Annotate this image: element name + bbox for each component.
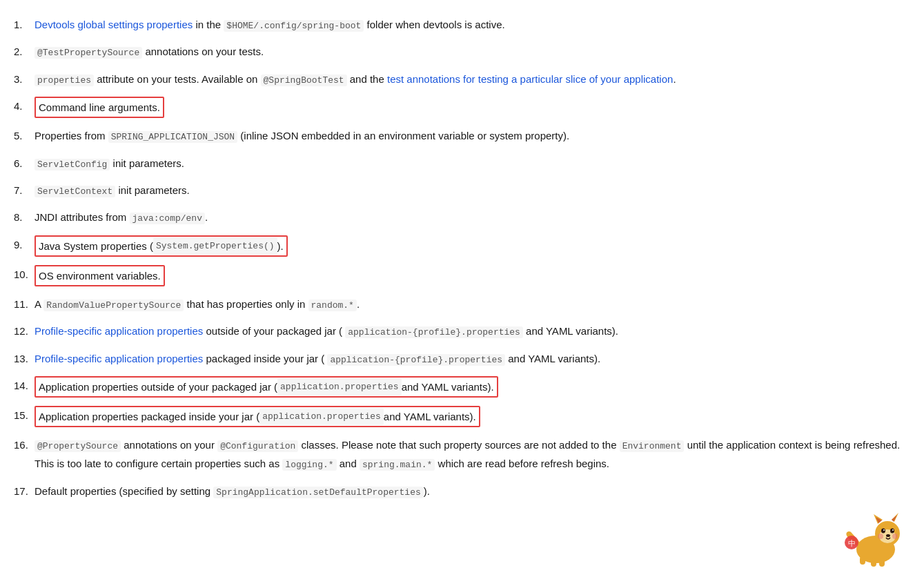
code-inline: properties — [35, 75, 94, 86]
text-span: Properties from — [35, 130, 108, 141]
list-item-14: 14.Application properties outside of you… — [14, 375, 910, 399]
item-text-15: Application properties packaged inside y… — [35, 406, 910, 427]
text-span: and YAML variants). — [402, 378, 494, 396]
code-inline: random.* — [308, 300, 357, 311]
text-span: attribute on your tests. Available on — [94, 73, 261, 85]
text-span: A — [35, 298, 43, 310]
text-span: folder when devtools is active. — [364, 19, 504, 30]
text-span: classes. Please note that such property … — [298, 439, 619, 451]
item-text-2: @TestPropertySource annotations on your … — [35, 42, 910, 61]
text-span: and YAML variants). — [523, 325, 618, 337]
text-span: annotations on your — [121, 439, 217, 451]
text-span: that has properties only in — [184, 298, 308, 310]
item-number-16: 16. — [14, 436, 35, 454]
text-span: and the — [347, 73, 387, 85]
highlighted-item-15: Application properties packaged inside y… — [35, 406, 480, 427]
item-number-10: 10. — [14, 265, 35, 284]
list-item-9: 9.Java System properties ( System.getPro… — [14, 234, 910, 258]
link-3[interactable]: test annotations for testing a particula… — [387, 73, 673, 85]
list-item-17: 17.Default properties (specified by sett… — [14, 480, 910, 502]
text-span: and YAML variants). — [384, 407, 476, 426]
item-text-12: Profile-specific application properties … — [35, 322, 910, 340]
list-item-2: 2.@TestPropertySource annotations on you… — [14, 41, 910, 62]
code-inline: RandomValuePropertySource — [43, 300, 184, 311]
shiba-icon: 中 — [838, 511, 914, 521]
item-text-6: ServletConfig init parameters. — [35, 154, 910, 173]
highlighted-item-4: Command line arguments. — [35, 97, 164, 118]
item-number-17: 17. — [14, 482, 35, 500]
item-text-9: Java System properties ( System.getPrope… — [35, 235, 910, 257]
text-span: ). — [424, 485, 430, 497]
text-span: which are read before refresh begins. — [435, 458, 609, 469]
list-item-1: 1.Devtools global settings properties in… — [14, 14, 910, 35]
text-span: init parameters. — [115, 184, 190, 196]
code-inline: Environment — [620, 440, 685, 452]
list-item-6: 6.ServletConfig init parameters. — [14, 153, 910, 174]
text-span: . — [357, 298, 360, 310]
item-text-17: Default properties (specified by setting… — [35, 482, 910, 500]
text-span: JNDI attributes from — [35, 211, 130, 223]
list-item-7: 7.ServletContext init parameters. — [14, 179, 910, 201]
item-number-9: 9. — [14, 235, 35, 254]
item-text-8: JNDI attributes from java:comp/env. — [35, 208, 910, 226]
link-1[interactable]: Devtools global settings properties — [35, 19, 193, 30]
item-number-1: 1. — [14, 15, 35, 34]
text-span: ). — [277, 237, 284, 255]
code-inline: spring.main.* — [360, 459, 435, 471]
list-item-12: 12.Profile-specific application properti… — [14, 320, 910, 342]
list-item-5: 5.Properties from SPRING_APPLICATION_JSO… — [14, 125, 910, 146]
list-item-13: 13.Profile-specific application properti… — [14, 348, 910, 369]
list-item-11: 11.A RandomValuePropertySource that has … — [14, 293, 910, 315]
item-number-6: 6. — [14, 154, 35, 173]
item-number-3: 3. — [14, 70, 35, 88]
items-list: 1.Devtools global settings properties in… — [14, 14, 910, 502]
text-span: Command line arguments. — [39, 98, 160, 117]
item-text-14: Application properties outside of your p… — [35, 376, 910, 398]
code-inline: SpringApplication.setDefaultProperties — [213, 487, 423, 498]
text-span: outside of your packaged jar ( — [203, 325, 345, 337]
text-span: Default properties (specified by setting — [35, 485, 213, 497]
content-area: 1.Devtools global settings properties in… — [14, 14, 910, 502]
code-inline: ServletConfig — [35, 159, 110, 170]
code-inline: ServletContext — [35, 186, 115, 197]
code-inline: System.getProperties() — [153, 237, 277, 255]
text-span: annotations on your tests. — [142, 46, 264, 57]
item-number-11: 11. — [14, 295, 35, 313]
item-text-10: OS environment variables. — [35, 265, 910, 286]
item-text-1: Devtools global settings properties in t… — [35, 15, 910, 34]
link-12[interactable]: Profile-specific application properties — [35, 325, 203, 337]
text-span: . — [205, 211, 208, 223]
item-number-4: 4. — [14, 97, 35, 115]
item-text-16: @PropertySource annotations on your @Con… — [35, 436, 910, 473]
text-span: Application properties packaged inside y… — [39, 407, 259, 426]
code-inline: application-{profile}.properties — [327, 354, 505, 366]
code-inline: SPRING_APPLICATION_JSON — [108, 131, 237, 143]
item-number-12: 12. — [14, 322, 35, 340]
item-text-5: Properties from SPRING_APPLICATION_JSON … — [35, 126, 910, 145]
text-span: (inline JSON embedded in an environment … — [237, 130, 569, 141]
code-inline: java:comp/env — [130, 213, 205, 224]
link-13[interactable]: Profile-specific application properties — [35, 353, 203, 364]
text-span: packaged inside your jar ( — [203, 353, 327, 364]
highlighted-item-9: Java System properties ( System.getPrope… — [35, 235, 288, 257]
code-inline: application.properties — [259, 408, 384, 425]
text-span: . — [673, 73, 676, 85]
item-text-11: A RandomValuePropertySource that has pro… — [35, 295, 910, 313]
item-number-8: 8. — [14, 208, 35, 226]
code-inline: application.properties — [277, 378, 402, 395]
code-inline: logging.* — [282, 459, 336, 471]
code-inline: @SpringBootTest — [261, 75, 347, 86]
highlighted-item-14: Application properties outside of your p… — [35, 376, 498, 398]
list-item-10: 10.OS environment variables. — [14, 264, 910, 288]
item-number-7: 7. — [14, 181, 35, 199]
item-number-2: 2. — [14, 42, 35, 61]
text-span: and — [337, 458, 360, 469]
code-inline: @PropertySource — [35, 440, 121, 452]
text-span: OS environment variables. — [39, 266, 161, 285]
list-item-4: 4.Command line arguments. — [14, 95, 910, 119]
item-text-7: ServletContext init parameters. — [35, 181, 910, 199]
item-number-14: 14. — [14, 376, 35, 395]
list-item-16: 16.@PropertySource annotations on your @… — [14, 434, 910, 475]
text-span: Java System properties ( — [39, 237, 153, 255]
code-inline: application-{profile}.properties — [345, 326, 523, 338]
